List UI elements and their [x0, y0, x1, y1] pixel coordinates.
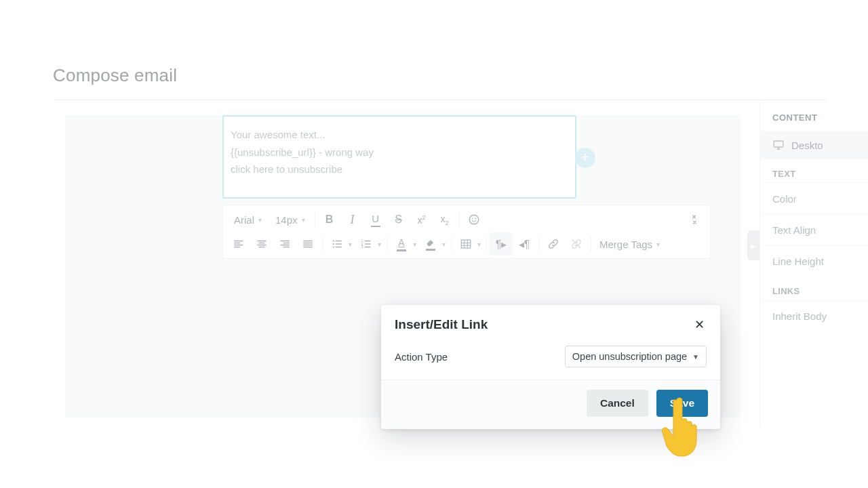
divider — [486, 236, 487, 252]
action-type-label: Action Type — [395, 351, 448, 363]
text-toolbar: Arial ▾ 14px ▾ B I U S x2 x2 — [222, 205, 711, 259]
close-button[interactable]: ✕ — [692, 317, 707, 332]
svg-point-4 — [333, 243, 334, 245]
properties-sidebar: CONTENT Deskto TEXT Color Text Align Lin… — [760, 102, 868, 427]
font-size-value: 14px — [275, 214, 298, 226]
desktop-icon — [772, 139, 785, 151]
svg-point-3 — [333, 240, 334, 241]
text-line: Your awesome text... — [231, 126, 568, 144]
rtl-direction-button[interactable]: ◂¶ — [513, 232, 536, 256]
unlink-button[interactable] — [565, 232, 588, 256]
chevron-down-icon[interactable]: ▾ — [442, 241, 448, 248]
sidebar-section-links: LINKS — [760, 277, 868, 300]
prop-line-height[interactable]: Line Height — [760, 245, 868, 277]
text-line: {{unsubscribe_url}} - wrong way — [231, 144, 568, 161]
svg-text:2: 2 — [361, 242, 363, 246]
align-right-button[interactable] — [273, 232, 296, 256]
table-button[interactable] — [454, 232, 477, 256]
font-family-select[interactable]: Arial ▾ — [227, 210, 269, 230]
action-type-value: Open unsubscription page — [572, 351, 687, 362]
sidebar-collapse-handle[interactable]: ▸ — [747, 230, 760, 260]
divider — [451, 236, 452, 252]
move-handle[interactable] — [575, 148, 595, 168]
merge-tags-label: Merge Tags — [599, 239, 652, 250]
svg-text:1: 1 — [361, 239, 363, 243]
strikethrough-button[interactable]: S — [387, 208, 410, 231]
text-line: click here to unsubscribe — [231, 161, 568, 178]
action-type-select[interactable]: Open unsubscription page ▼ — [565, 346, 707, 367]
chevron-down-icon[interactable]: ▾ — [349, 241, 355, 248]
modal-title: Insert/Edit Link — [395, 317, 488, 332]
merge-tags-select[interactable]: Merge Tags ▾ — [594, 235, 665, 254]
cancel-button[interactable]: Cancel — [587, 390, 648, 417]
chevron-down-icon: ▾ — [656, 241, 660, 248]
highlight-color-button[interactable] — [419, 232, 442, 256]
divider — [387, 236, 387, 252]
sidebar-section-content: CONTENT — [760, 102, 868, 131]
align-left-button[interactable] — [227, 232, 250, 256]
emoji-button[interactable] — [462, 208, 486, 231]
text-color-button[interactable]: A — [390, 232, 413, 256]
chevron-down-icon[interactable]: ▾ — [378, 241, 384, 248]
device-desktop-toggle[interactable]: Deskto — [760, 131, 868, 159]
divider — [538, 236, 539, 252]
page-header: Compose email — [53, 65, 827, 100]
font-size-select[interactable]: 14px ▾ — [269, 210, 312, 230]
svg-point-2 — [475, 218, 476, 220]
caret-down-icon: ▼ — [692, 353, 699, 361]
prop-text-align[interactable]: Text Align — [760, 214, 868, 245]
unordered-list-button[interactable] — [326, 232, 349, 256]
superscript-button[interactable]: x2 — [410, 208, 433, 231]
chevron-down-icon: ▾ — [302, 216, 305, 224]
bold-button[interactable]: B — [318, 208, 341, 231]
svg-text:3: 3 — [361, 245, 363, 249]
email-text-block[interactable]: Your awesome text... {{unsubscribe_url}}… — [222, 115, 576, 199]
divider — [322, 236, 323, 252]
close-icon: ✕ — [694, 317, 705, 332]
align-justify-button[interactable] — [296, 232, 319, 256]
chevron-down-icon[interactable]: ▾ — [477, 241, 484, 248]
device-label: Deskto — [791, 140, 823, 151]
collapse-toolbar-button[interactable] — [683, 208, 706, 231]
divider — [591, 236, 591, 252]
ltr-direction-button[interactable]: ¶▸ — [490, 232, 513, 256]
svg-point-1 — [471, 218, 473, 220]
svg-point-5 — [333, 246, 334, 247]
chevron-down-icon[interactable]: ▾ — [413, 241, 419, 248]
sidebar-section-text: TEXT — [760, 159, 868, 183]
italic-button[interactable]: I — [341, 208, 364, 231]
subscript-button[interactable]: x2 — [433, 208, 456, 231]
divider — [459, 211, 460, 228]
divider — [315, 211, 315, 228]
underline-button[interactable]: U — [364, 208, 387, 231]
font-family-value: Arial — [234, 214, 254, 226]
svg-rect-10 — [774, 141, 783, 147]
chevron-right-icon: ▸ — [751, 239, 756, 252]
svg-rect-9 — [461, 240, 471, 248]
chevron-down-icon: ▾ — [258, 216, 262, 224]
svg-point-0 — [469, 215, 479, 224]
pointer-cursor-illustration — [661, 394, 709, 457]
align-center-button[interactable] — [250, 232, 273, 256]
page-title: Compose email — [53, 65, 827, 86]
link-button[interactable] — [542, 232, 565, 256]
ordered-list-button[interactable]: 123 — [355, 232, 378, 256]
prop-inherit-body[interactable]: Inherit Body — [760, 300, 868, 331]
prop-color[interactable]: Color — [760, 183, 868, 214]
